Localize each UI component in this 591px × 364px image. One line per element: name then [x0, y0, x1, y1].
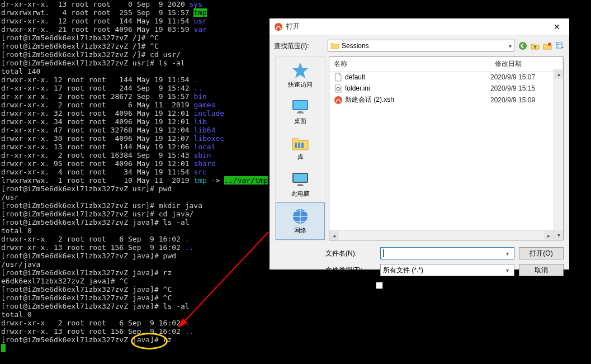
file-list-pane: 名称 修改日期 default2020/9/9 15:07folder.ini2…	[329, 56, 564, 240]
desktop-icon	[291, 98, 309, 116]
open-dialog: 打开 ✕ 查找范围(I): Sessions ▾ 快速访问桌面库此电脑网络 名称	[269, 18, 570, 270]
sidebar-item-label: 此电脑	[291, 190, 310, 198]
file-name: 新建会话 (2).xsh	[345, 95, 490, 105]
places-sidebar: 快速访问桌面库此电脑网络	[275, 56, 325, 240]
sidebar-item-label: 桌面	[294, 117, 306, 125]
sidebar-item-network[interactable]: 网络	[276, 202, 325, 240]
ascii-checkbox[interactable]	[376, 282, 383, 289]
svg-rect-13	[298, 184, 302, 185]
sidebar-item-library[interactable]: 库	[276, 130, 325, 166]
column-date[interactable]: 修改日期	[490, 57, 563, 71]
file-icon	[334, 73, 343, 82]
open-button[interactable]: 打开(O)	[519, 247, 564, 259]
file-date: 2020/9/9 15:15	[490, 84, 563, 92]
file-date: 2020/9/9 15:09	[490, 96, 563, 104]
svg-rect-12	[294, 174, 307, 182]
svg-rect-9	[298, 143, 300, 148]
sidebar-item-desktop[interactable]: 桌面	[276, 93, 325, 130]
ascii-label: 发送文件到ASCII	[385, 281, 436, 290]
scroll-left-arrow[interactable]: ◂	[329, 231, 339, 240]
pc-icon	[291, 171, 309, 188]
chevron-down-icon[interactable]: ▾	[503, 267, 512, 273]
library-icon	[291, 134, 309, 152]
file-row[interactable]: default2020/9/9 15:07	[329, 72, 563, 83]
dialog-title: 打开	[286, 22, 549, 31]
scroll-down-arrow[interactable]: ▾	[554, 230, 563, 240]
svg-point-0	[275, 23, 282, 31]
horizontal-scrollbar[interactable]: ◂ ▸	[329, 230, 554, 240]
up-folder-icon[interactable]	[530, 41, 540, 51]
scroll-right-arrow[interactable]: ▸	[544, 231, 554, 240]
lookin-label: 查找范围(I):	[274, 41, 324, 51]
ini-icon	[334, 84, 343, 93]
back-icon[interactable]	[518, 41, 528, 51]
network-icon	[291, 207, 309, 225]
filetype-dropdown[interactable]: 所有文件 (*.*) ▾	[380, 264, 514, 276]
svg-rect-10	[301, 143, 304, 148]
column-name[interactable]: 名称	[329, 57, 490, 71]
star-icon	[291, 62, 309, 79]
view-menu-icon[interactable]	[555, 41, 565, 51]
svg-rect-6	[298, 111, 302, 112]
cancel-button[interactable]: 取消	[519, 264, 564, 276]
filename-input[interactable]: ▾	[380, 247, 514, 259]
sidebar-item-label: 网络	[294, 226, 306, 235]
chevron-down-icon[interactable]: ▾	[503, 250, 512, 257]
file-name: default	[345, 73, 490, 81]
folder-name: Sessions	[342, 42, 369, 50]
file-name: folder.ini	[345, 84, 490, 92]
svg-point-1	[519, 42, 527, 50]
file-list[interactable]: default2020/9/9 15:07folder.ini2020/9/9 …	[329, 72, 563, 240]
svg-rect-7	[297, 112, 304, 114]
app-icon	[274, 22, 283, 31]
sidebar-item-label: 快速访问	[288, 81, 313, 89]
vertical-scrollbar[interactable]: ▴ ▾	[554, 69, 563, 240]
sidebar-item-label: 库	[297, 153, 304, 162]
dialog-titlebar: 打开 ✕	[270, 18, 569, 35]
filetype-label: 文件类型(T):	[325, 266, 376, 275]
scroll-up-arrow[interactable]: ▴	[554, 69, 563, 79]
sidebar-item-pc[interactable]: 此电脑	[276, 166, 325, 202]
svg-rect-5	[294, 101, 307, 109]
close-button[interactable]: ✕	[549, 19, 565, 35]
file-row[interactable]: folder.ini2020/9/9 15:15	[329, 83, 563, 94]
chevron-down-icon: ▾	[509, 43, 512, 49]
folder-dropdown[interactable]: Sessions ▾	[328, 40, 514, 52]
sidebar-item-star[interactable]: 快速访问	[276, 57, 325, 93]
filename-label: 文件名(N):	[325, 249, 376, 258]
file-row[interactable]: 新建会话 (2).xsh2020/9/9 15:09	[329, 94, 563, 106]
svg-point-17	[334, 96, 342, 104]
file-date: 2020/9/9 15:07	[490, 73, 563, 81]
svg-rect-3	[556, 42, 562, 48]
xsh-icon	[334, 96, 343, 105]
svg-rect-8	[295, 143, 297, 148]
svg-rect-14	[297, 185, 304, 186]
new-folder-icon[interactable]	[542, 41, 552, 51]
svg-point-2	[548, 42, 551, 46]
